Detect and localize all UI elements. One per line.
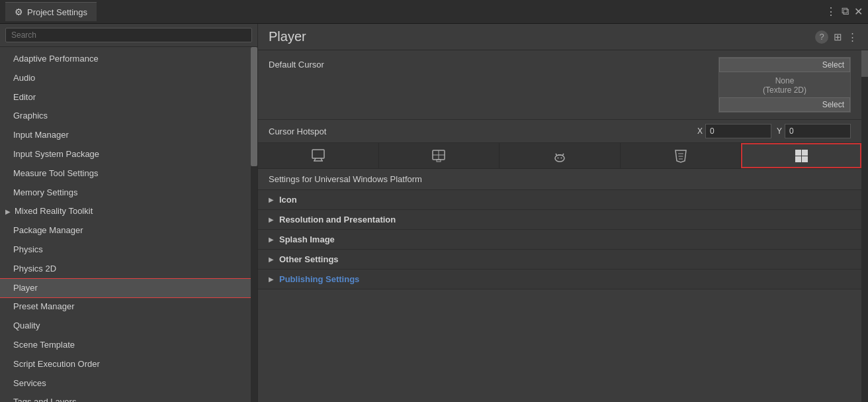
section-arrow-icon: ▶ [269, 276, 274, 283]
sidebar-search-area [0, 24, 257, 47]
sidebar-item[interactable]: Physics 2D [0, 260, 257, 279]
section-arrow-icon: ▶ [269, 236, 274, 243]
x-coord-input[interactable] [705, 124, 771, 138]
x-axis-label: X [697, 126, 703, 136]
title-bar-label: Project Settings [27, 7, 87, 17]
dots-icon[interactable]: ⋮ [826, 5, 836, 18]
sidebar-item-label: Graphics [13, 109, 48, 123]
resize-icon[interactable]: ⧉ [842, 5, 849, 18]
sidebar-item-label: Audio [13, 72, 35, 85]
sidebar-item-label: Physics 2D [13, 262, 56, 276]
sidebar: Adaptive PerformanceAudioEditorGraphicsI… [0, 24, 258, 402]
section-arrow-icon: ▶ [269, 216, 274, 223]
sidebar-item[interactable]: Adaptive Performance [0, 50, 257, 69]
sidebar-item[interactable]: Input System Package [0, 145, 257, 164]
y-coord-group: Y [777, 124, 851, 138]
sidebar-item-label: Services [13, 377, 46, 391]
sidebar-item[interactable]: Script Execution Order [0, 355, 257, 374]
section-arrow-icon: ▶ [269, 196, 274, 203]
sidebar-item[interactable]: Physics [0, 240, 257, 260]
sidebar-item[interactable]: Player [0, 279, 257, 298]
sidebar-item-label: Physics [13, 243, 43, 257]
content-header: Player ? ⊞ ⋮ [258, 24, 868, 50]
sidebar-item[interactable]: Scene Template [0, 336, 257, 355]
sidebar-item-label: Input System Package [13, 148, 99, 162]
section-row-publishing-settings[interactable]: ▶Publishing Settings [258, 270, 861, 289]
cursor-none-text: None (Texture 2D) [719, 74, 850, 97]
title-bar-tab[interactable]: ⚙ Project Settings [5, 2, 97, 21]
platform-tab-pc[interactable] [258, 143, 379, 168]
section-row-other-settings[interactable]: ▶Other Settings [258, 250, 861, 270]
main-container: Adaptive PerformanceAudioEditorGraphicsI… [0, 24, 868, 402]
gear-icon: ⚙ [15, 7, 23, 17]
svg-rect-16 [795, 156, 801, 162]
sidebar-item[interactable]: Quality [0, 317, 257, 336]
sidebar-item[interactable]: Preset Manager [0, 297, 257, 317]
sidebar-item[interactable]: Measure Tool Settings [0, 164, 257, 183]
section-arrow-icon: ▶ [269, 256, 274, 263]
search-input[interactable] [5, 28, 252, 42]
close-icon[interactable]: ✕ [854, 5, 863, 18]
platform-tabs [258, 143, 861, 169]
sidebar-item-label: Script Execution Order [13, 358, 100, 372]
platform-label: Settings for Universal Windows Platform [258, 169, 861, 190]
section-row-resolution-and-presentation[interactable]: ▶Resolution and Presentation [258, 210, 861, 230]
y-coord-input[interactable] [785, 124, 851, 138]
section-title: Splash Image [279, 234, 335, 244]
sidebar-item-label: Package Manager [13, 224, 83, 238]
sidebar-item-label: Input Manager [13, 128, 69, 142]
sidebar-item-label: Measure Tool Settings [13, 167, 98, 181]
page-title: Player [269, 29, 815, 44]
sidebar-scrollbar[interactable] [251, 47, 257, 402]
layout-icon[interactable]: ⊞ [834, 31, 842, 43]
menu-icon[interactable]: ⋮ [847, 31, 857, 43]
sidebar-item-label: Tags and Layers [13, 395, 76, 402]
help-icon[interactable]: ? [815, 30, 828, 44]
svg-rect-7 [437, 160, 441, 162]
sidebar-item[interactable]: ▶Mixed Reality Toolkit [0, 202, 257, 221]
svg-rect-15 [802, 150, 808, 156]
right-scrollbar[interactable] [861, 50, 868, 402]
platform-tab-tv[interactable] [379, 143, 500, 168]
section-title: Resolution and Presentation [279, 215, 396, 225]
content-area: Player ? ⊞ ⋮ Default Cursor Select None … [258, 24, 868, 402]
sidebar-item[interactable]: Package Manager [0, 221, 257, 240]
svg-line-12 [562, 154, 564, 156]
sidebar-item[interactable]: Services [0, 374, 257, 393]
sidebar-item[interactable]: Tags and Layers [0, 393, 257, 402]
platform-tab-uwp[interactable] [741, 143, 861, 168]
sidebar-item[interactable]: Audio [0, 69, 257, 88]
section-title: Icon [279, 195, 297, 205]
section-row-icon[interactable]: ▶Icon [258, 190, 861, 210]
sidebar-item[interactable]: Editor [0, 88, 257, 107]
sidebar-item[interactable]: Input Manager [0, 126, 257, 145]
sidebar-list: Adaptive PerformanceAudioEditorGraphicsI… [0, 47, 257, 402]
content-scroll-wrap: Default Cursor Select None (Texture 2D) … [258, 50, 868, 402]
chevron-right-icon: ▶ [5, 207, 11, 217]
sidebar-scroll-thumb[interactable] [251, 47, 257, 166]
platform-tab-webgl[interactable] [621, 143, 742, 168]
cursor-select-button-bottom[interactable]: Select [719, 97, 850, 112]
y-axis-label: Y [777, 126, 782, 136]
sidebar-item[interactable]: Graphics [0, 107, 257, 126]
platform-tab-android[interactable] [499, 143, 621, 168]
svg-rect-17 [802, 156, 808, 162]
cursor-value-box: Select None (Texture 2D) Select [718, 57, 851, 113]
svg-rect-0 [312, 150, 324, 158]
default-cursor-section: Default Cursor Select None (Texture 2D) … [258, 50, 861, 120]
cursor-select-button-top[interactable]: Select [719, 58, 850, 72]
svg-point-10 [560, 158, 562, 159]
section-row-splash-image[interactable]: ▶Splash Image [258, 230, 861, 250]
svg-line-11 [556, 154, 557, 156]
content-body: Default Cursor Select None (Texture 2D) … [258, 50, 861, 402]
sidebar-item-label: Editor [13, 91, 36, 105]
title-bar: ⚙ Project Settings ⋮ ⧉ ✕ [0, 0, 868, 24]
header-icons: ? ⊞ ⋮ [815, 30, 857, 44]
svg-point-9 [557, 158, 558, 159]
right-scroll-thumb[interactable] [861, 50, 868, 77]
svg-point-8 [555, 155, 564, 162]
x-coord-group: X [697, 124, 771, 138]
sidebar-item-label: Quality [13, 319, 40, 333]
sidebar-item[interactable]: Memory Settings [0, 183, 257, 203]
sidebar-item-label: Preset Manager [13, 300, 75, 314]
